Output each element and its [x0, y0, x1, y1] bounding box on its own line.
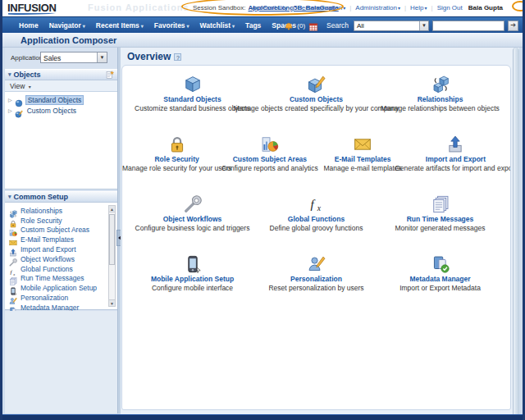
- topbar-link-personalization[interactable]: Personalization▾: [298, 4, 346, 11]
- nav-item-home[interactable]: Home: [19, 21, 39, 30]
- overview-tile-title[interactable]: Mobile Application Setup: [151, 275, 234, 283]
- overview-tile-run-time-messages[interactable]: Run Time MessagesMonitor generated messa…: [378, 195, 502, 232]
- overview-tile-title[interactable]: E-Mail Templates: [335, 155, 391, 163]
- search-go-button[interactable]: ➔: [508, 21, 518, 31]
- overview-tile-title[interactable]: Personalization: [290, 275, 342, 283]
- nav-item-favorites[interactable]: Favorites▾: [154, 21, 189, 30]
- scroll-down-icon[interactable]: ▼: [109, 299, 115, 306]
- main-scrollbar[interactable]: [513, 48, 519, 414]
- topbar-link-accessibility[interactable]: Accessibility: [252, 4, 288, 11]
- alerts-bell-icon[interactable]: [284, 21, 294, 30]
- chevron-down-icon: ▾: [187, 24, 189, 29]
- overview-tile-title[interactable]: Standard Objects: [163, 95, 221, 103]
- sidebar-item-relationships[interactable]: Relationships: [9, 206, 117, 216]
- overview-tile-metadata-manager[interactable]: Metadata ManagerImport or Export Metadat…: [378, 255, 502, 292]
- envelope-icon: [354, 135, 372, 153]
- nav-item-tags[interactable]: Tags: [245, 21, 261, 30]
- overview-tile-title[interactable]: Run Time Messages: [407, 215, 474, 223]
- person-pencil-icon: [308, 255, 326, 273]
- sphere-icon: [15, 96, 23, 104]
- topbar-links-group: Accessibility|Personalization▾|Administr…: [252, 4, 463, 11]
- help-icon[interactable]: ?: [174, 53, 181, 61]
- scrollbar-thumb[interactable]: [109, 214, 115, 265]
- sidebar-item-custom-subject-areas[interactable]: Custom Subject Areas: [9, 226, 117, 235]
- expand-icon[interactable]: ▷: [8, 97, 12, 103]
- sidebar-item-label: E-Mail Templates: [21, 235, 74, 244]
- overview-tile-custom-objects[interactable]: Custom ObjectsManage objects created spe…: [254, 75, 378, 112]
- expand-icon[interactable]: ▷: [8, 107, 12, 113]
- overview-tile-desc: Manage objects created specifically by y…: [234, 104, 399, 112]
- chevron-down-icon: ▾: [141, 24, 144, 29]
- view-menu[interactable]: View ▾: [5, 80, 117, 92]
- collapse-icon[interactable]: ▾: [8, 71, 11, 78]
- pages-icon: [431, 195, 450, 213]
- tree-item-custom-objects[interactable]: ▷Custom Objects: [5, 105, 117, 116]
- alerts-count: (0): [297, 22, 305, 30]
- search-scope-select[interactable]: All ▼: [354, 21, 429, 31]
- overview-tile-title[interactable]: Object Workflows: [163, 215, 222, 223]
- sidebar-item-mobile-application-setup[interactable]: Mobile Application Setup: [9, 283, 117, 293]
- topbar-link-administration[interactable]: Administration▾: [355, 4, 400, 11]
- overview-tile-title[interactable]: Role Security: [154, 155, 199, 163]
- overview-tile-title[interactable]: Custom Objects: [290, 95, 343, 103]
- overview-tile-import-and-export[interactable]: Import and ExportGenerate artifacts for …: [409, 135, 502, 172]
- sidebar-item-label: Object Workflows: [21, 255, 75, 263]
- tree-item-standard-objects[interactable]: ▷Standard Objects: [5, 94, 117, 105]
- overview-tile-role-security[interactable]: Role SecurityManage role security for yo…: [130, 135, 223, 172]
- overview-header: Overview ?: [127, 51, 181, 62]
- separator: |: [291, 4, 293, 11]
- metadata-icon: [431, 255, 450, 273]
- chevron-down-icon[interactable]: ▼: [97, 52, 107, 62]
- sidebar-item-object-workflows[interactable]: Object Workflows: [9, 254, 117, 264]
- nav-item-navigator[interactable]: Navigator▾: [49, 21, 85, 30]
- overview-tile-custom-subject-areas[interactable]: Custom Subject AreasConfigure reports an…: [223, 135, 316, 172]
- nav-item-watchlist[interactable]: Watchlist▾: [200, 21, 235, 30]
- sidebar-item-global-functions[interactable]: fxGlobal Functions: [9, 264, 117, 274]
- sidebar-item-e-mail-templates[interactable]: E-Mail Templates: [9, 235, 117, 244]
- new-object-icon[interactable]: [105, 71, 114, 80]
- person-pencil-icon: [9, 294, 17, 302]
- search-input[interactable]: [432, 21, 504, 31]
- sidebar-item-personalization[interactable]: Personalization: [9, 293, 117, 303]
- overview-tile-row: Role SecurityManage role security for yo…: [122, 135, 510, 172]
- sidebar-empty-area: [5, 311, 117, 413]
- overview-tile-title[interactable]: Metadata Manager: [409, 275, 470, 283]
- view-menu-label: View: [10, 82, 25, 90]
- overview-tile-mobile-application-setup[interactable]: Mobile Application SetupConfigure mobile…: [130, 255, 254, 292]
- global-header: INFUSION Fusion Applications Session San…: [2, 0, 523, 16]
- overview-tile-desc: Configure reports and analytics: [221, 164, 318, 172]
- overview-tile-desc: Import or Export Metadata: [399, 284, 481, 292]
- collapse-icon[interactable]: ▾: [8, 194, 11, 200]
- application-select[interactable]: Sales ▼: [40, 52, 107, 63]
- topbar-link-sign-out[interactable]: Sign Out: [437, 4, 463, 11]
- overview-tile-title[interactable]: Import and Export: [426, 155, 486, 163]
- chart-icon: [261, 135, 279, 153]
- nav-item-recent-items[interactable]: Recent Items▾: [96, 21, 144, 30]
- main-navbar: HomeNavigator▾Recent Items▾Favorites▾Wat…: [2, 16, 523, 33]
- chevron-down-icon[interactable]: ▼: [419, 21, 428, 30]
- chevron-down-icon: ▾: [425, 6, 427, 11]
- sidebar-item-import-and-export[interactable]: Import and Export: [9, 244, 117, 254]
- cube-icon: [184, 75, 202, 94]
- tree-item-label: Custom Objects: [25, 107, 78, 115]
- overview-panel: Standard ObjectsCustomize standard busin…: [121, 65, 511, 410]
- sidebar-item-role-security[interactable]: Role Security: [9, 216, 117, 226]
- calendar-grid-icon[interactable]: [308, 21, 318, 30]
- sidebar-item-label: Import and Export: [21, 245, 76, 253]
- overview-tile-relationships[interactable]: RelationshipsManage relationships betwee…: [378, 75, 502, 112]
- chevron-down-icon: ▾: [398, 6, 400, 11]
- overview-tile-global-functions[interactable]: fxGlobal FunctionsDefine global groovy f…: [254, 195, 378, 232]
- overview-tile-title[interactable]: Custom Subject Areas: [233, 155, 307, 163]
- common-setup-list-container: RelationshipsRole SecurityCustom Subject…: [5, 203, 117, 310]
- overview-tile-title[interactable]: Global Functions: [288, 215, 345, 223]
- tree-item-label: Standard Objects: [25, 95, 84, 105]
- overview-tile-object-workflows[interactable]: Object WorkflowsConfigure business logic…: [130, 195, 254, 232]
- sidebar-item-run-time-messages[interactable]: Run Time Messages: [9, 274, 117, 284]
- sidebar-scrollbar[interactable]: ▲ ▼: [108, 205, 116, 307]
- topbar-link-help[interactable]: Help▾: [410, 4, 427, 11]
- scroll-up-icon[interactable]: ▲: [109, 206, 115, 212]
- objects-panel-header[interactable]: ▾ Objects: [5, 69, 117, 80]
- overview-tile-title[interactable]: Relationships: [418, 95, 463, 103]
- overview-tile-personalization[interactable]: PersonalizationReset personalization by …: [254, 255, 378, 292]
- common-setup-panel-header[interactable]: ▾ Common Setup: [5, 191, 117, 203]
